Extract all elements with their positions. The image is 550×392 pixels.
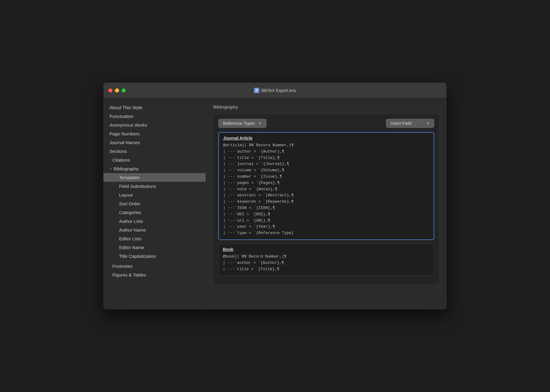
close-button[interactable] (108, 88, 112, 93)
sidebar-item-author-name[interactable]: Author Name (103, 226, 206, 234)
sidebar-item-footnotes[interactable]: › Footnotes (103, 262, 206, 270)
categories-label: Categories (119, 210, 141, 215)
sidebar-item-author-lists[interactable]: Author Lists (103, 217, 206, 226)
toolbar: Reference Types ▼ Insert Field ▼ (218, 119, 434, 128)
sidebar-item-about[interactable]: About This Style (103, 103, 206, 112)
citations-chevron: › (109, 158, 111, 162)
figures-tables-chevron: › (109, 273, 111, 277)
footnotes-label: Footnotes (112, 264, 133, 269)
template-card-journal-article[interactable]: Journal Article @article{|`RN`Record Num… (218, 132, 434, 240)
sidebar-item-page-numbers[interactable]: Page Numbers (103, 129, 206, 138)
editor-lists-label: Editor Lists (119, 236, 141, 241)
sidebar-item-field-substitutions[interactable]: Field Substitutions (103, 182, 206, 191)
insert-field-dropdown[interactable]: Insert Field ▼ (386, 119, 434, 128)
sidebar-item-bibliography[interactable]: ∨ Bibliography (103, 164, 206, 173)
sort-order-label: Sort Order (119, 201, 140, 206)
minimize-button[interactable] (115, 88, 119, 93)
sidebar-item-layout[interactable]: Layout (103, 191, 206, 199)
book-header: Book (219, 244, 434, 254)
figures-tables-label: Figures & Tables (112, 272, 146, 277)
page-numbers-label: Page Numbers (109, 131, 140, 136)
journal-names-label: Journal Names (109, 140, 140, 145)
window-title: B BibTeX Export.ens (254, 88, 296, 93)
citations-label: Citations (112, 157, 130, 163)
main-window: B BibTeX Export.ens About This Style Pun… (103, 82, 447, 310)
title-text: BibTeX Export.ens (261, 88, 296, 93)
author-name-label: Author Name (119, 227, 146, 232)
punctuation-label: Punctuation (109, 114, 133, 119)
insert-field-chevron: ▼ (426, 121, 430, 125)
sidebar-item-categories[interactable]: Categories (103, 208, 206, 217)
template-card-book[interactable]: Book @book{|`RN`Record Number,|¶ | ···`a… (218, 244, 434, 276)
about-label: About This Style (109, 105, 142, 110)
main-content: About This Style Punctuation Anonymous W… (103, 98, 447, 309)
maximize-button[interactable] (122, 88, 126, 93)
bibliography-chevron: ∨ (109, 167, 112, 171)
sidebar-item-editor-lists[interactable]: Editor Lists (103, 234, 206, 243)
book-code: @book{|`RN`Record Number,|¶ | ···`author… (219, 254, 434, 275)
sidebar-item-citations[interactable]: › Citations (103, 156, 206, 164)
sidebar-item-editor-name[interactable]: Editor Name (103, 243, 206, 252)
editor-name-label: Editor Name (119, 245, 144, 250)
sections-label: Sections (109, 149, 127, 154)
sidebar-item-templates[interactable]: Templates (103, 173, 206, 182)
journal-article-code: @article{|`RN`Record Number,|¶ | ···`aut… (219, 142, 434, 239)
journal-article-header: Journal Article (219, 133, 434, 142)
title-capitalization-label: Title Capitalization (119, 254, 156, 259)
anonymous-label: Anonymous Works (109, 122, 147, 128)
footnotes-chevron: › (109, 264, 111, 268)
sidebar-item-figures-tables[interactable]: › Figures & Tables (103, 270, 206, 279)
reference-types-chevron: ▼ (258, 121, 262, 125)
traffic-lights (108, 88, 126, 93)
sidebar-item-title-capitalization[interactable]: Title Capitalization (103, 252, 206, 261)
panel-title: Bibliography (213, 104, 439, 109)
sidebar-item-sections[interactable]: Sections (103, 147, 206, 156)
author-lists-label: Author Lists (119, 219, 143, 224)
reference-types-label: Reference Types (223, 121, 255, 126)
right-panel: Bibliography Reference Types ▼ Insert Fi… (206, 98, 447, 309)
templates-label: Templates (119, 175, 140, 180)
sidebar-item-sort-order[interactable]: Sort Order (103, 199, 206, 208)
titlebar: B BibTeX Export.ens (103, 83, 447, 98)
bibliography-label: Bibliography (114, 166, 139, 171)
layout-label: Layout (119, 192, 133, 198)
sidebar-item-punctuation[interactable]: Punctuation (103, 112, 206, 121)
app-icon: B (254, 88, 259, 93)
sidebar: About This Style Punctuation Anonymous W… (103, 98, 206, 309)
insert-field-label: Insert Field (390, 121, 411, 126)
sidebar-item-journal-names[interactable]: Journal Names (103, 138, 206, 147)
reference-types-dropdown[interactable]: Reference Types ▼ (218, 119, 267, 128)
field-substitutions-label: Field Substitutions (119, 184, 156, 189)
sidebar-item-anonymous[interactable]: Anonymous Works (103, 121, 206, 129)
